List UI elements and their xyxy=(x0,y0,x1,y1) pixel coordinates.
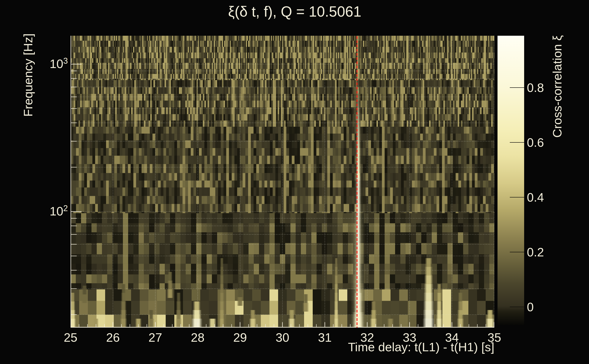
x-tick-label-28: 28 xyxy=(191,330,205,344)
x-tick-label-33: 33 xyxy=(403,330,417,344)
x-tick-label-30: 30 xyxy=(276,330,289,344)
x-tick-label-35: 35 xyxy=(487,330,501,344)
x-tick-label-31: 31 xyxy=(318,330,332,344)
colorbar-tick-0 xyxy=(510,307,524,307)
colorbar-gradient xyxy=(497,36,524,325)
x-tick-label-25: 25 xyxy=(64,330,77,344)
y-tick-label-10e3: 103 xyxy=(38,56,68,71)
colorbar-tick-label-0: 0 xyxy=(527,300,534,314)
x-tick-label-32: 32 xyxy=(360,330,374,344)
colorbar-tick-0.4 xyxy=(510,197,524,197)
x-tick-label-34: 34 xyxy=(445,330,459,344)
colorbar-tick-label-0.2: 0.2 xyxy=(527,245,544,259)
figure: ξ(δ t, f), Q = 10.5061 Frequency [Hz] Ti… xyxy=(0,0,589,364)
x-tick-label-29: 29 xyxy=(233,330,247,344)
y-axis-label: Frequency [Hz] xyxy=(21,33,35,117)
colorbar-tick-0.2 xyxy=(510,252,524,252)
colorbar-tick-label-0.6: 0.6 xyxy=(527,135,544,150)
x-tick-label-26: 26 xyxy=(106,330,120,344)
colorbar-tick-label-0.8: 0.8 xyxy=(527,81,544,95)
plot-title: ξ(δ t, f), Q = 10.5061 xyxy=(228,3,361,20)
colorbar-tick-0.6 xyxy=(510,142,524,143)
colorbar-label: Cross-correlation ξ xyxy=(550,35,564,138)
y-tick-label-10e2: 102 xyxy=(38,204,68,218)
x-tick-label-27: 27 xyxy=(148,330,162,344)
colorbar-tick-label-0.4: 0.4 xyxy=(527,190,544,204)
spectrogram-heatmap xyxy=(71,36,494,328)
colorbar-tick-0.8 xyxy=(510,87,524,88)
